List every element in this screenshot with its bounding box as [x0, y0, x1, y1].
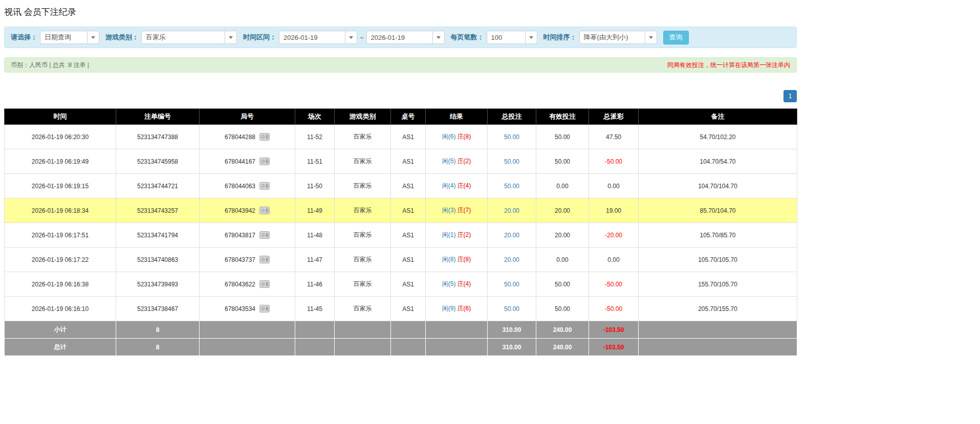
page-size-input[interactable]	[487, 31, 526, 44]
cell-time: 2026-01-19 06:20:30	[5, 125, 116, 149]
cell-round: 678043942	[200, 198, 295, 223]
page-button-1[interactable]: 1	[783, 90, 797, 102]
cell-valid-bet: 0.00	[536, 174, 589, 198]
cell-result: 闲(9)庄(6)	[426, 297, 488, 321]
cell-total-bet: 50.00	[488, 125, 536, 149]
grand-total-row: 总计8310.00240.00-103.50	[5, 339, 797, 356]
round-number: 678044167	[225, 158, 255, 165]
date-to-input[interactable]	[366, 31, 433, 44]
column-header: 结果	[426, 109, 488, 125]
result-player: 闲(8)	[442, 256, 456, 263]
search-button[interactable]: 查询	[663, 31, 689, 44]
column-header: 桌号	[391, 109, 426, 125]
cell-bet-id: 523134745958	[116, 149, 200, 174]
result-banker: 庄(6)	[458, 305, 471, 312]
result-player: 闲(4)	[442, 182, 456, 189]
date-from-input[interactable]	[279, 31, 345, 44]
footer-payout: -103.50	[589, 339, 639, 356]
result-player: 闲(3)	[442, 207, 456, 214]
total-bet-link[interactable]: 20.00	[504, 256, 519, 263]
page-size-combo	[487, 31, 537, 44]
select-type-caret-button[interactable]	[88, 31, 99, 44]
total-bet-link[interactable]: 50.00	[504, 281, 519, 288]
cell-table-no: AS1	[391, 223, 426, 248]
cell-session: 11-48	[295, 223, 335, 248]
records-table: 时间注单编号局号场次游戏类别桌号结果总投注有效投注总派彩备注 2026-01-1…	[4, 108, 797, 356]
cell-total-bet: 20.00	[488, 198, 536, 223]
date-from-caret-button[interactable]	[345, 31, 357, 44]
cell-note: 105.70/105.70	[639, 248, 797, 272]
cell-session: 11-50	[295, 174, 335, 198]
table-row: 2026-01-19 06:18:34523134743257678043942…	[5, 198, 797, 223]
cell-game-type: 百家乐	[335, 297, 391, 321]
cell-note: 104.70/104.70	[639, 174, 797, 198]
cell-total-bet: 50.00	[488, 174, 536, 198]
result-player: 闲(9)	[442, 305, 456, 312]
cell-game-type: 百家乐	[335, 248, 391, 272]
cell-round: 678043534	[200, 297, 295, 321]
sort-order-input[interactable]	[579, 31, 645, 44]
cell-result: 闲(5)庄(4)	[426, 272, 488, 297]
footer-payout: -103.50	[589, 321, 639, 339]
cell-time: 2026-01-19 06:16:10	[5, 297, 116, 321]
replay-icon[interactable]	[259, 256, 270, 263]
replay-icon[interactable]	[259, 133, 270, 141]
summary-currency-count: 币别：人民币 | 总共 :8 注单 |	[11, 61, 89, 70]
subtotal-row: 小计8310.00240.00-103.50	[5, 321, 797, 339]
total-bet-link[interactable]: 20.00	[504, 232, 519, 239]
cell-table-no: AS1	[391, 149, 426, 174]
table-row: 2026-01-19 06:20:30523134747388678044288…	[5, 125, 797, 149]
replay-icon[interactable]	[259, 207, 270, 214]
total-bet-link[interactable]: 20.00	[504, 207, 519, 214]
column-header: 总投注	[488, 109, 536, 125]
cell-session: 11-45	[295, 297, 335, 321]
replay-icon[interactable]	[259, 182, 270, 190]
cell-payout: 0.00	[589, 248, 639, 272]
select-type-input[interactable]	[40, 31, 88, 44]
column-header: 时间	[5, 109, 116, 125]
game-type-caret-button[interactable]	[225, 31, 237, 44]
cell-game-type: 百家乐	[335, 198, 391, 223]
cell-table-no: AS1	[391, 248, 426, 272]
game-type-combo	[141, 31, 237, 44]
result-player: 闲(1)	[442, 231, 456, 238]
chevron-down-icon	[229, 36, 233, 39]
sort-order-caret-button[interactable]	[645, 31, 657, 44]
time-range-label: 时间区间：	[243, 33, 276, 42]
result-player: 闲(6)	[442, 133, 456, 140]
cell-game-type: 百家乐	[335, 125, 391, 149]
replay-icon[interactable]	[259, 280, 270, 288]
footer-label: 小计	[5, 321, 116, 339]
cell-table-no: AS1	[391, 174, 426, 198]
date-to-caret-button[interactable]	[433, 31, 445, 44]
game-type-input[interactable]	[141, 31, 225, 44]
cell-payout: -50.00	[589, 272, 639, 297]
cell-round: 678044167	[200, 149, 295, 174]
replay-icon[interactable]	[259, 231, 270, 239]
cell-result: 闲(1)庄(2)	[426, 223, 488, 248]
cell-game-type: 百家乐	[335, 174, 391, 198]
cell-payout: -20.00	[589, 223, 639, 248]
page-size-caret-button[interactable]	[526, 31, 537, 44]
cell-valid-bet: 0.00	[536, 248, 589, 272]
filter-bar: 请选择： 游戏类别： 时间区间： ~ 每页笔数： 时间排序：	[4, 27, 797, 48]
total-bet-link[interactable]: 50.00	[504, 133, 519, 141]
cell-valid-bet: 50.00	[536, 125, 589, 149]
column-header: 游戏类别	[335, 109, 391, 125]
replay-icon[interactable]	[259, 305, 270, 313]
result-banker: 庄(2)	[458, 231, 471, 238]
result-player: 闲(5)	[442, 280, 456, 287]
cell-table-no: AS1	[391, 297, 426, 321]
footer-label: 总计	[5, 339, 116, 356]
total-bet-link[interactable]: 50.00	[504, 305, 519, 313]
round-number: 678043942	[225, 207, 255, 214]
replay-icon[interactable]	[259, 158, 270, 165]
total-bet-link[interactable]: 50.00	[504, 158, 519, 165]
result-banker: 庄(4)	[458, 182, 471, 189]
cell-bet-id: 523134743257	[116, 198, 200, 223]
cell-round: 678043737	[200, 248, 295, 272]
cell-round: 678043817	[200, 223, 295, 248]
cell-valid-bet: 50.00	[536, 272, 589, 297]
total-bet-link[interactable]: 50.00	[504, 183, 519, 190]
round-number: 678044288	[225, 133, 255, 141]
